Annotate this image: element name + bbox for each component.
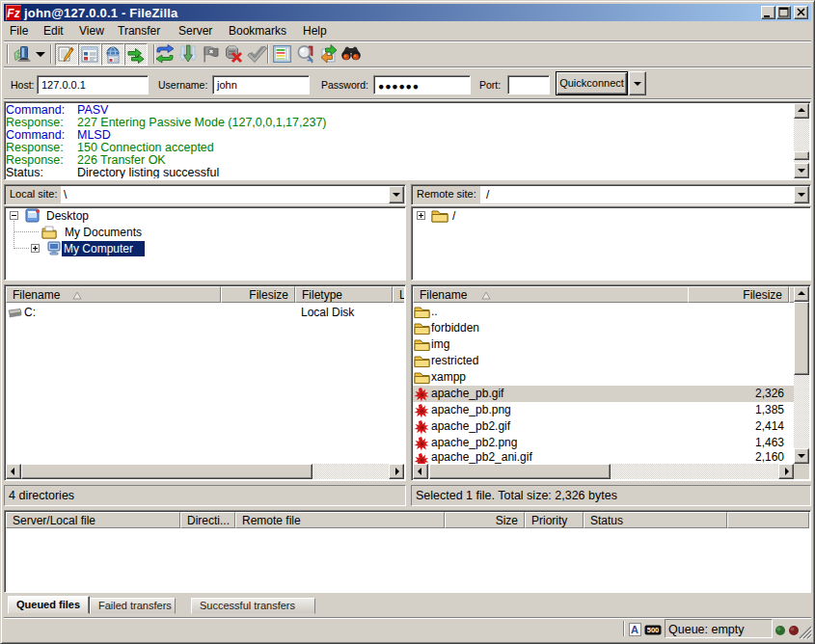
svg-text:Fz: Fz: [7, 7, 19, 20]
svg-text:500: 500: [647, 626, 660, 634]
